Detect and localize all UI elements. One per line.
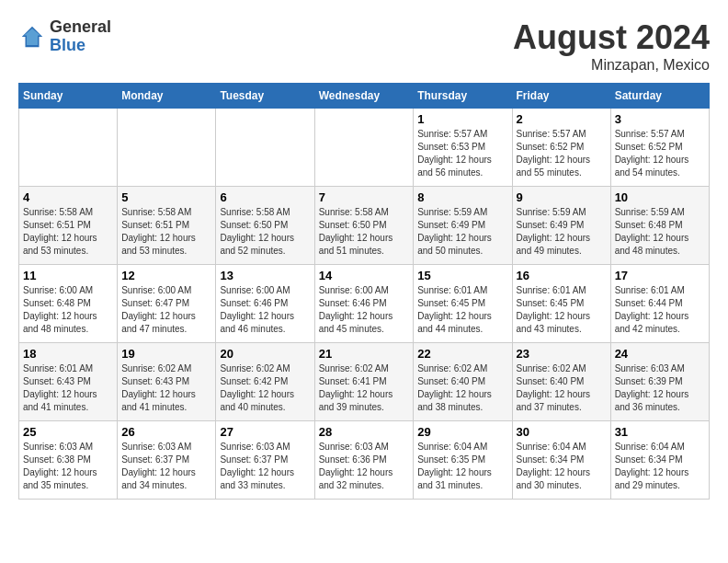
day-number: 25	[23, 425, 113, 439]
day-info: Sunrise: 6:03 AM Sunset: 6:39 PM Dayligh…	[615, 362, 705, 414]
calendar-cell: 16Sunrise: 6:01 AM Sunset: 6:45 PM Dayli…	[512, 265, 610, 343]
calendar-cell: 10Sunrise: 5:59 AM Sunset: 6:48 PM Dayli…	[610, 187, 709, 265]
calendar-week-row: 18Sunrise: 6:01 AM Sunset: 6:43 PM Dayli…	[19, 343, 710, 421]
calendar-cell: 30Sunrise: 6:04 AM Sunset: 6:34 PM Dayli…	[512, 421, 610, 500]
day-number: 19	[121, 347, 211, 361]
calendar-header-saturday: Saturday	[610, 84, 709, 109]
day-info: Sunrise: 5:57 AM Sunset: 6:52 PM Dayligh…	[517, 128, 607, 179]
day-number: 28	[319, 425, 410, 439]
calendar-table: SundayMondayTuesdayWednesdayThursdayFrid…	[18, 83, 710, 500]
calendar-header-friday: Friday	[512, 84, 610, 109]
day-info: Sunrise: 5:57 AM Sunset: 6:52 PM Dayligh…	[615, 128, 705, 179]
day-number: 4	[23, 190, 113, 204]
title-area: August 2024 Minzapan, Mexico	[513, 18, 710, 74]
calendar-cell: 23Sunrise: 6:02 AM Sunset: 6:40 PM Dayli…	[512, 343, 610, 421]
day-number: 8	[417, 190, 507, 204]
calendar-cell: 13Sunrise: 6:00 AM Sunset: 6:46 PM Dayli…	[216, 265, 314, 343]
day-info: Sunrise: 5:59 AM Sunset: 6:49 PM Dayligh…	[417, 206, 507, 258]
calendar-cell: 28Sunrise: 6:03 AM Sunset: 6:36 PM Dayli…	[314, 421, 414, 500]
day-number: 7	[319, 190, 410, 204]
day-number: 16	[517, 269, 607, 282]
calendar-header-sunday: Sunday	[19, 84, 118, 109]
calendar-cell: 14Sunrise: 6:00 AM Sunset: 6:46 PM Dayli…	[314, 265, 414, 343]
day-info: Sunrise: 6:03 AM Sunset: 6:37 PM Dayligh…	[121, 441, 211, 492]
calendar-week-row: 25Sunrise: 6:03 AM Sunset: 6:38 PM Dayli…	[19, 421, 710, 500]
logo-blue: Blue	[50, 37, 111, 55]
day-info: Sunrise: 6:02 AM Sunset: 6:40 PM Dayligh…	[417, 362, 507, 414]
header: General Blue August 2024 Minzapan, Mexic…	[18, 18, 710, 74]
day-number: 21	[319, 347, 410, 361]
day-number: 30	[517, 425, 607, 439]
day-number: 9	[517, 190, 607, 204]
day-info: Sunrise: 6:02 AM Sunset: 6:40 PM Dayligh…	[517, 362, 607, 414]
day-number: 2	[517, 112, 607, 126]
day-number: 5	[121, 190, 211, 204]
day-number: 23	[517, 347, 607, 361]
calendar-week-row: 1Sunrise: 5:57 AM Sunset: 6:53 PM Daylig…	[19, 109, 710, 187]
calendar-cell: 15Sunrise: 6:01 AM Sunset: 6:45 PM Dayli…	[414, 265, 512, 343]
calendar-cell: 6Sunrise: 5:58 AM Sunset: 6:50 PM Daylig…	[216, 187, 314, 265]
calendar-cell: 5Sunrise: 5:58 AM Sunset: 6:51 PM Daylig…	[118, 187, 216, 265]
calendar-cell: 27Sunrise: 6:03 AM Sunset: 6:37 PM Dayli…	[216, 421, 314, 500]
day-info: Sunrise: 6:03 AM Sunset: 6:38 PM Dayligh…	[23, 441, 113, 492]
day-info: Sunrise: 6:04 AM Sunset: 6:34 PM Dayligh…	[615, 441, 705, 492]
calendar-cell: 11Sunrise: 6:00 AM Sunset: 6:48 PM Dayli…	[19, 265, 118, 343]
calendar-cell: 4Sunrise: 5:58 AM Sunset: 6:51 PM Daylig…	[19, 187, 118, 265]
calendar-cell	[216, 109, 314, 187]
day-info: Sunrise: 6:00 AM Sunset: 6:46 PM Dayligh…	[319, 284, 410, 336]
day-info: Sunrise: 5:58 AM Sunset: 6:51 PM Dayligh…	[121, 206, 211, 258]
day-info: Sunrise: 5:58 AM Sunset: 6:50 PM Dayligh…	[220, 206, 310, 258]
day-info: Sunrise: 6:02 AM Sunset: 6:43 PM Dayligh…	[121, 362, 211, 414]
calendar-cell: 21Sunrise: 6:02 AM Sunset: 6:41 PM Dayli…	[314, 343, 414, 421]
day-number: 13	[220, 269, 310, 282]
day-info: Sunrise: 6:03 AM Sunset: 6:37 PM Dayligh…	[220, 441, 310, 492]
calendar-cell: 17Sunrise: 6:01 AM Sunset: 6:44 PM Dayli…	[610, 265, 709, 343]
calendar-cell: 1Sunrise: 5:57 AM Sunset: 6:53 PM Daylig…	[414, 109, 512, 187]
day-info: Sunrise: 5:58 AM Sunset: 6:50 PM Dayligh…	[319, 206, 410, 258]
calendar-cell	[118, 109, 216, 187]
day-number: 15	[417, 269, 507, 282]
logo-icon	[18, 23, 46, 51]
calendar-cell: 12Sunrise: 6:00 AM Sunset: 6:47 PM Dayli…	[118, 265, 216, 343]
day-info: Sunrise: 6:01 AM Sunset: 6:45 PM Dayligh…	[517, 284, 607, 336]
day-info: Sunrise: 6:01 AM Sunset: 6:45 PM Dayligh…	[417, 284, 507, 336]
day-info: Sunrise: 6:02 AM Sunset: 6:41 PM Dayligh…	[319, 362, 410, 414]
day-number: 1	[417, 112, 507, 126]
day-number: 17	[615, 269, 705, 282]
calendar-cell: 7Sunrise: 5:58 AM Sunset: 6:50 PM Daylig…	[314, 187, 414, 265]
calendar-header-tuesday: Tuesday	[216, 84, 314, 109]
day-info: Sunrise: 6:00 AM Sunset: 6:48 PM Dayligh…	[23, 284, 113, 336]
day-number: 3	[615, 112, 705, 126]
logo-text: General Blue	[50, 18, 111, 55]
calendar-cell: 9Sunrise: 5:59 AM Sunset: 6:49 PM Daylig…	[512, 187, 610, 265]
day-number: 11	[23, 269, 113, 282]
calendar-cell: 29Sunrise: 6:04 AM Sunset: 6:35 PM Dayli…	[414, 421, 512, 500]
day-info: Sunrise: 5:57 AM Sunset: 6:53 PM Dayligh…	[417, 128, 507, 179]
calendar-cell	[19, 109, 118, 187]
day-number: 29	[417, 425, 507, 439]
calendar-cell: 25Sunrise: 6:03 AM Sunset: 6:38 PM Dayli…	[19, 421, 118, 500]
day-number: 20	[220, 347, 310, 361]
calendar-cell: 2Sunrise: 5:57 AM Sunset: 6:52 PM Daylig…	[512, 109, 610, 187]
day-number: 31	[615, 425, 705, 439]
day-info: Sunrise: 6:01 AM Sunset: 6:43 PM Dayligh…	[23, 362, 113, 414]
day-info: Sunrise: 6:03 AM Sunset: 6:36 PM Dayligh…	[319, 441, 410, 492]
day-info: Sunrise: 6:04 AM Sunset: 6:35 PM Dayligh…	[417, 441, 507, 492]
calendar-week-row: 4Sunrise: 5:58 AM Sunset: 6:51 PM Daylig…	[19, 187, 710, 265]
calendar-cell: 22Sunrise: 6:02 AM Sunset: 6:40 PM Dayli…	[414, 343, 512, 421]
calendar-header-monday: Monday	[118, 84, 216, 109]
month-year-title: August 2024	[513, 18, 710, 57]
calendar-cell: 8Sunrise: 5:59 AM Sunset: 6:49 PM Daylig…	[414, 187, 512, 265]
day-number: 24	[615, 347, 705, 361]
day-info: Sunrise: 6:04 AM Sunset: 6:34 PM Dayligh…	[517, 441, 607, 492]
day-info: Sunrise: 6:01 AM Sunset: 6:44 PM Dayligh…	[615, 284, 705, 336]
day-info: Sunrise: 5:58 AM Sunset: 6:51 PM Dayligh…	[23, 206, 113, 258]
day-number: 27	[220, 425, 310, 439]
day-info: Sunrise: 5:59 AM Sunset: 6:48 PM Dayligh…	[615, 206, 705, 258]
calendar-cell: 20Sunrise: 6:02 AM Sunset: 6:42 PM Dayli…	[216, 343, 314, 421]
calendar-cell: 18Sunrise: 6:01 AM Sunset: 6:43 PM Dayli…	[19, 343, 118, 421]
day-number: 14	[319, 269, 410, 282]
day-number: 12	[121, 269, 211, 282]
calendar-header-thursday: Thursday	[414, 84, 512, 109]
day-info: Sunrise: 6:00 AM Sunset: 6:47 PM Dayligh…	[121, 284, 211, 336]
